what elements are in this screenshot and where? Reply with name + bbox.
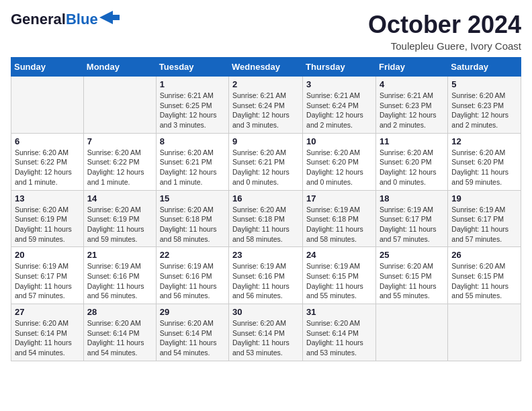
calendar-cell bbox=[448, 304, 521, 361]
day-info: Sunrise: 6:20 AM Sunset: 6:21 PM Dayligh… bbox=[232, 148, 299, 187]
day-number: 22 bbox=[160, 250, 225, 260]
day-number: 9 bbox=[232, 136, 299, 146]
calendar-cell: 10Sunrise: 6:20 AM Sunset: 6:20 PM Dayli… bbox=[303, 133, 376, 190]
day-info: Sunrise: 6:19 AM Sunset: 6:15 PM Dayligh… bbox=[306, 261, 372, 301]
calendar-cell: 2Sunrise: 6:21 AM Sunset: 6:24 PM Daylig… bbox=[229, 77, 303, 134]
calendar-cell bbox=[11, 77, 84, 134]
calendar-week-row: 6Sunrise: 6:20 AM Sunset: 6:22 PM Daylig… bbox=[11, 133, 521, 190]
day-number: 29 bbox=[160, 307, 225, 317]
day-info: Sunrise: 6:20 AM Sunset: 6:20 PM Dayligh… bbox=[380, 148, 444, 187]
day-number: 28 bbox=[87, 307, 152, 317]
calendar-cell: 4Sunrise: 6:21 AM Sunset: 6:23 PM Daylig… bbox=[375, 77, 447, 134]
calendar-cell: 18Sunrise: 6:19 AM Sunset: 6:17 PM Dayli… bbox=[375, 190, 447, 247]
day-number: 24 bbox=[306, 250, 372, 260]
calendar-week-row: 27Sunrise: 6:20 AM Sunset: 6:14 PM Dayli… bbox=[11, 304, 521, 361]
calendar-cell: 3Sunrise: 6:21 AM Sunset: 6:24 PM Daylig… bbox=[303, 77, 376, 134]
day-info: Sunrise: 6:20 AM Sunset: 6:15 PM Dayligh… bbox=[451, 261, 517, 301]
calendar-cell: 15Sunrise: 6:20 AM Sunset: 6:18 PM Dayli… bbox=[156, 190, 228, 247]
day-info: Sunrise: 6:20 AM Sunset: 6:20 PM Dayligh… bbox=[451, 148, 517, 187]
day-info: Sunrise: 6:20 AM Sunset: 6:14 PM Dayligh… bbox=[160, 318, 225, 358]
day-of-week-header: Tuesday bbox=[156, 58, 228, 77]
calendar-cell: 16Sunrise: 6:20 AM Sunset: 6:18 PM Dayli… bbox=[229, 190, 303, 247]
calendar-cell: 28Sunrise: 6:20 AM Sunset: 6:14 PM Dayli… bbox=[83, 304, 156, 361]
calendar-cell: 19Sunrise: 6:19 AM Sunset: 6:17 PM Dayli… bbox=[448, 190, 521, 247]
day-number: 31 bbox=[306, 307, 372, 317]
day-number: 10 bbox=[306, 136, 372, 146]
day-number: 17 bbox=[306, 193, 372, 203]
day-number: 6 bbox=[15, 136, 80, 146]
day-number: 23 bbox=[232, 250, 299, 260]
calendar-cell: 5Sunrise: 6:20 AM Sunset: 6:23 PM Daylig… bbox=[448, 77, 521, 134]
day-number: 27 bbox=[15, 307, 80, 317]
day-number: 20 bbox=[15, 250, 80, 260]
day-number: 16 bbox=[232, 193, 299, 203]
day-info: Sunrise: 6:19 AM Sunset: 6:16 PM Dayligh… bbox=[87, 261, 152, 301]
day-info: Sunrise: 6:20 AM Sunset: 6:20 PM Dayligh… bbox=[306, 148, 372, 187]
calendar-cell: 21Sunrise: 6:19 AM Sunset: 6:16 PM Dayli… bbox=[83, 247, 156, 304]
day-number: 3 bbox=[306, 79, 372, 89]
day-info: Sunrise: 6:20 AM Sunset: 6:22 PM Dayligh… bbox=[15, 148, 80, 187]
day-info: Sunrise: 6:20 AM Sunset: 6:23 PM Dayligh… bbox=[451, 91, 517, 130]
day-info: Sunrise: 6:20 AM Sunset: 6:14 PM Dayligh… bbox=[232, 318, 299, 358]
day-info: Sunrise: 6:20 AM Sunset: 6:14 PM Dayligh… bbox=[15, 318, 80, 358]
day-info: Sunrise: 6:20 AM Sunset: 6:18 PM Dayligh… bbox=[160, 205, 225, 244]
day-number: 26 bbox=[451, 250, 517, 260]
day-number: 19 bbox=[451, 193, 517, 203]
day-info: Sunrise: 6:20 AM Sunset: 6:19 PM Dayligh… bbox=[15, 205, 80, 244]
calendar-cell bbox=[83, 77, 156, 134]
calendar-cell: 24Sunrise: 6:19 AM Sunset: 6:15 PM Dayli… bbox=[303, 247, 376, 304]
svg-marker-0 bbox=[99, 11, 120, 24]
day-number: 12 bbox=[451, 136, 517, 146]
day-of-week-header: Friday bbox=[375, 58, 447, 77]
calendar-cell: 27Sunrise: 6:20 AM Sunset: 6:14 PM Dayli… bbox=[11, 304, 84, 361]
day-number: 1 bbox=[160, 79, 225, 89]
day-info: Sunrise: 6:19 AM Sunset: 6:16 PM Dayligh… bbox=[232, 261, 299, 301]
logo-general: General bbox=[11, 11, 66, 28]
day-info: Sunrise: 6:20 AM Sunset: 6:22 PM Dayligh… bbox=[87, 148, 152, 187]
calendar-cell: 11Sunrise: 6:20 AM Sunset: 6:20 PM Dayli… bbox=[375, 133, 447, 190]
day-number: 7 bbox=[87, 136, 152, 146]
day-info: Sunrise: 6:19 AM Sunset: 6:17 PM Dayligh… bbox=[380, 205, 444, 244]
day-info: Sunrise: 6:20 AM Sunset: 6:19 PM Dayligh… bbox=[87, 205, 152, 244]
calendar-cell: 20Sunrise: 6:19 AM Sunset: 6:17 PM Dayli… bbox=[11, 247, 84, 304]
logo-arrow-icon bbox=[99, 11, 120, 24]
calendar-cell: 8Sunrise: 6:20 AM Sunset: 6:21 PM Daylig… bbox=[156, 133, 228, 190]
calendar-cell: 12Sunrise: 6:20 AM Sunset: 6:20 PM Dayli… bbox=[448, 133, 521, 190]
day-info: Sunrise: 6:19 AM Sunset: 6:17 PM Dayligh… bbox=[15, 261, 80, 301]
page-header: General Blue October 2024 Toulepleu Guer… bbox=[11, 11, 521, 52]
day-info: Sunrise: 6:20 AM Sunset: 6:15 PM Dayligh… bbox=[380, 261, 444, 301]
calendar-cell: 25Sunrise: 6:20 AM Sunset: 6:15 PM Dayli… bbox=[375, 247, 447, 304]
day-number: 15 bbox=[160, 193, 225, 203]
calendar-week-row: 20Sunrise: 6:19 AM Sunset: 6:17 PM Dayli… bbox=[11, 247, 521, 304]
day-number: 8 bbox=[160, 136, 225, 146]
calendar-cell: 7Sunrise: 6:20 AM Sunset: 6:22 PM Daylig… bbox=[83, 133, 156, 190]
day-info: Sunrise: 6:20 AM Sunset: 6:14 PM Dayligh… bbox=[87, 318, 152, 358]
calendar-cell: 26Sunrise: 6:20 AM Sunset: 6:15 PM Dayli… bbox=[448, 247, 521, 304]
calendar-week-row: 13Sunrise: 6:20 AM Sunset: 6:19 PM Dayli… bbox=[11, 190, 521, 247]
day-of-week-header: Monday bbox=[83, 58, 156, 77]
calendar-header-row: SundayMondayTuesdayWednesdayThursdayFrid… bbox=[11, 58, 521, 77]
day-number: 2 bbox=[232, 79, 299, 89]
day-info: Sunrise: 6:21 AM Sunset: 6:24 PM Dayligh… bbox=[306, 91, 372, 130]
day-number: 21 bbox=[87, 250, 152, 260]
day-number: 13 bbox=[15, 193, 80, 203]
calendar-week-row: 1Sunrise: 6:21 AM Sunset: 6:25 PM Daylig… bbox=[11, 77, 521, 134]
title-block: October 2024 Toulepleu Guere, Ivory Coas… bbox=[368, 11, 521, 52]
day-of-week-header: Wednesday bbox=[229, 58, 303, 77]
location-subtitle: Toulepleu Guere, Ivory Coast bbox=[368, 40, 521, 52]
day-of-week-header: Saturday bbox=[448, 58, 521, 77]
day-number: 4 bbox=[380, 79, 444, 89]
calendar-table: SundayMondayTuesdayWednesdayThursdayFrid… bbox=[11, 57, 521, 361]
calendar-cell bbox=[375, 304, 447, 361]
day-info: Sunrise: 6:21 AM Sunset: 6:25 PM Dayligh… bbox=[160, 91, 225, 130]
day-info: Sunrise: 6:20 AM Sunset: 6:18 PM Dayligh… bbox=[232, 205, 299, 244]
calendar-cell: 9Sunrise: 6:20 AM Sunset: 6:21 PM Daylig… bbox=[229, 133, 303, 190]
logo: General Blue bbox=[11, 11, 120, 28]
month-title: October 2024 bbox=[368, 11, 521, 39]
day-info: Sunrise: 6:19 AM Sunset: 6:16 PM Dayligh… bbox=[160, 261, 225, 301]
day-info: Sunrise: 6:19 AM Sunset: 6:18 PM Dayligh… bbox=[306, 205, 372, 244]
day-number: 30 bbox=[232, 307, 299, 317]
calendar-cell: 1Sunrise: 6:21 AM Sunset: 6:25 PM Daylig… bbox=[156, 77, 228, 134]
day-number: 14 bbox=[87, 193, 152, 203]
calendar-cell: 30Sunrise: 6:20 AM Sunset: 6:14 PM Dayli… bbox=[229, 304, 303, 361]
